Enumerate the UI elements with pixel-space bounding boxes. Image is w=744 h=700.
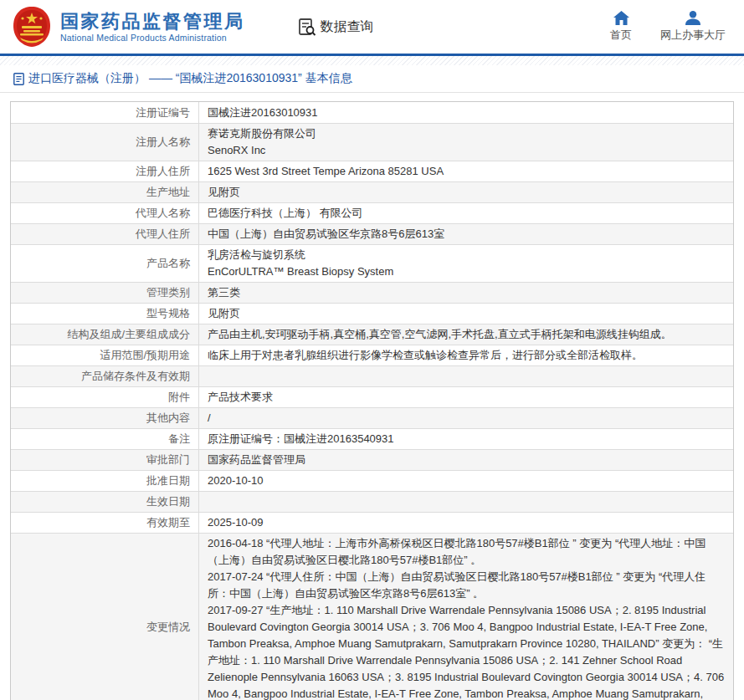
row-label-text: 管理类别: [146, 285, 190, 300]
row-label-text: 有效期至: [146, 515, 190, 530]
row-label-text: 代理人住所: [136, 227, 190, 242]
row-value-text: 见附页: [208, 184, 240, 201]
row-label: 代理人名称: [11, 203, 199, 223]
row-value-text: 2016-04-18 “代理人地址：上海市外高桥保税区日樱北路180号57#楼B…: [208, 535, 725, 700]
table-row: 注册人名称赛诺克斯股份有限公司 SenoRX Inc: [11, 123, 733, 161]
row-label: 批准日期: [11, 471, 199, 491]
row-label: 代理人住所: [11, 224, 199, 244]
home-icon: [613, 11, 629, 25]
top-navigation: 首页 网上办事大厅: [610, 11, 726, 43]
row-label-text: 变更情况: [146, 620, 190, 635]
row-value-text: /: [208, 410, 211, 427]
breadcrumb: 进口医疗器械（注册） —— “国械注进20163010931” 基本信息: [0, 65, 744, 93]
row-label: 型号规格: [11, 304, 199, 324]
row-value: 1625 West 3rd Street Tempe Arizona 85281…: [199, 161, 733, 181]
row-value: 国家药品监督管理局: [199, 450, 733, 470]
row-label: 变更情况: [11, 534, 199, 700]
row-label-text: 适用范围/预期用途: [100, 348, 190, 363]
row-label-text: 产品名称: [146, 256, 190, 271]
site-header: 国家药品监督管理局 National Medical Products Admi…: [0, 0, 744, 54]
row-value: 2016-04-18 “代理人地址：上海市外高桥保税区日樱北路180号57#楼B…: [199, 534, 733, 700]
row-value: 2020-10-10: [199, 471, 733, 491]
row-value-text: 巴德医疗科技（上海） 有限公司: [208, 205, 363, 222]
row-value: 临床上用于对患者乳腺组织进行影像学检查或触诊检查异常后，进行部分或全部活检取样。: [199, 345, 733, 365]
table-row: 注册证编号国械注进20163010931: [11, 102, 733, 123]
row-value-text: 2025-10-09: [208, 514, 264, 531]
table-row: 批准日期2020-10-10: [11, 470, 733, 491]
row-value: 2025-10-09: [199, 513, 733, 533]
data-query-label: 数据查询: [321, 18, 374, 36]
row-label: 有效期至: [11, 513, 199, 533]
user-icon: [685, 11, 700, 25]
table-row: 变更情况2016-04-18 “代理人地址：上海市外高桥保税区日樱北路180号5…: [11, 533, 733, 700]
table-row: 注册人住所1625 West 3rd Street Tempe Arizona …: [11, 161, 733, 181]
row-value: /: [199, 408, 733, 428]
table-row: 有效期至2025-10-09: [11, 512, 733, 533]
row-label: 附件: [11, 387, 199, 407]
table-row: 附件产品技术要求: [11, 386, 733, 407]
breadcrumb-text: 进口医疗器械（注册） —— “国械注进20163010931” 基本信息: [28, 71, 352, 86]
row-label: 结构及组成/主要组成成分: [11, 324, 199, 345]
row-label-text: 批准日期: [146, 473, 190, 488]
row-label: 注册人名称: [11, 124, 199, 161]
row-label-text: 其他内容: [146, 411, 190, 426]
row-label: 适用范围/预期用途: [11, 345, 199, 365]
row-value-text: 1625 West 3rd Street Tempe Arizona 85281…: [208, 163, 444, 180]
table-row: 产品名称乳房活检与旋切系统 EnCorULTRA™ Breast Biopsy …: [11, 244, 733, 282]
row-value: 原注册证编号：国械注进20163540931: [199, 429, 733, 449]
striped-band: [0, 56, 744, 65]
row-value-text: 产品由主机,安珂驱动手柄,真空桶,真空管,空气滤网,手术托盘,直立式手柄托架和电…: [208, 326, 672, 343]
row-label-text: 生产地址: [146, 185, 190, 200]
row-value: 乳房活检与旋切系统 EnCorULTRA™ Breast Biopsy Syst…: [199, 245, 733, 282]
nav-online-hall[interactable]: 网上办事大厅: [660, 11, 726, 43]
nav-home-label: 首页: [610, 28, 632, 43]
national-emblem-logo: [12, 6, 52, 48]
row-value-text: 产品技术要求: [208, 389, 273, 406]
row-value-text: 原注册证编号：国械注进20163540931: [208, 431, 394, 447]
row-value: [199, 366, 733, 386]
row-value: 产品由主机,安珂驱动手柄,真空桶,真空管,空气滤网,手术托盘,直立式手柄托架和电…: [199, 324, 733, 345]
row-value-text: 中国（上海）自由贸易试验区华京路8号6层613室: [208, 226, 444, 243]
nav-data-query[interactable]: 数据查询: [297, 17, 374, 37]
row-value: 第三类: [199, 283, 733, 303]
row-label-text: 结构及组成/主要组成成分: [67, 327, 190, 342]
row-label-text: 型号规格: [146, 306, 190, 321]
row-label-text: 生效日期: [146, 494, 190, 509]
row-label-text: 注册证编号: [136, 105, 190, 120]
row-label: 产品名称: [11, 245, 199, 282]
row-label-text: 附件: [168, 390, 190, 405]
row-label: 生效日期: [11, 492, 199, 512]
brand-block: 国家药品监督管理局 National Medical Products Admi…: [60, 11, 245, 43]
row-label: 生产地址: [11, 182, 199, 202]
data-query-icon: [297, 17, 317, 37]
row-label-text: 备注: [168, 432, 190, 447]
row-value-text: 见附页: [208, 305, 240, 322]
table-row: 审批部门国家药品监督管理局: [11, 449, 733, 470]
row-label: 备注: [11, 429, 199, 449]
row-label-text: 产品储存条件及有效期: [81, 369, 190, 384]
site-subtitle: National Medical Products Administration: [60, 33, 245, 43]
row-value: 见附页: [199, 182, 733, 202]
nav-online-hall-label: 网上办事大厅: [660, 28, 726, 43]
row-label: 审批部门: [11, 450, 199, 470]
table-row: 备注原注册证编号：国械注进20163540931: [11, 428, 733, 449]
row-value-text: 乳房活检与旋切系统 EnCorULTRA™ Breast Biopsy Syst…: [208, 247, 393, 280]
row-value: 赛诺克斯股份有限公司 SenoRX Inc: [199, 124, 733, 161]
detail-table: 注册证编号国械注进20163010931注册人名称赛诺克斯股份有限公司 Seno…: [10, 101, 734, 700]
row-label-text: 审批部门: [146, 452, 190, 468]
row-value-text: 2020-10-10: [208, 473, 264, 489]
row-value-text: 第三类: [208, 284, 240, 301]
row-value-text: 临床上用于对患者乳腺组织进行影像学检查或触诊检查异常后，进行部分或全部活检取样。: [208, 347, 643, 364]
row-label-text: 注册人名称: [136, 135, 190, 150]
row-value: 中国（上海）自由贸易试验区华京路8号6层613室: [199, 224, 733, 244]
row-value-text: 国家药品监督管理局: [208, 452, 305, 468]
table-row: 代理人名称巴德医疗科技（上海） 有限公司: [11, 202, 733, 223]
table-row: 其他内容/: [11, 407, 733, 428]
row-label-text: 注册人住所: [136, 164, 190, 179]
row-value: 国械注进20163010931: [199, 102, 733, 123]
row-value-text: 国械注进20163010931: [208, 105, 318, 121]
row-label: 其他内容: [11, 408, 199, 428]
nav-home[interactable]: 首页: [610, 11, 632, 43]
table-row: 生效日期: [11, 491, 733, 512]
table-row: 生产地址见附页: [11, 181, 733, 202]
